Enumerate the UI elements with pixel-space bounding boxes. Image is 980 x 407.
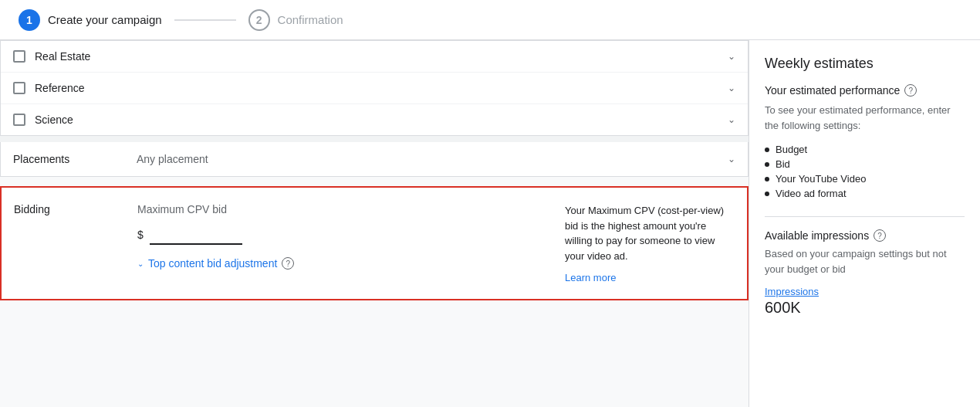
- bid-description: Your Maximum CPV (cost-per-view) bid is …: [565, 203, 735, 263]
- estimated-perf-header: Your estimated performance ?: [765, 84, 965, 97]
- estimated-perf-info-icon[interactable]: ?: [904, 84, 917, 97]
- bidding-label: Bidding: [14, 203, 50, 215]
- available-impressions-section: Available impressions ? Based on your ca…: [765, 216, 965, 317]
- top-content-info-icon[interactable]: ?: [282, 257, 294, 270]
- bid-type-label: Maximum CPV bid: [137, 203, 549, 215]
- step-1-label: Create your campaign: [48, 13, 162, 26]
- bullet-dot-youtube-video: [765, 177, 769, 181]
- estimated-perf-desc: To see your estimated performance, enter…: [765, 103, 965, 133]
- bidding-right: Your Maximum CPV (cost-per-view) bid is …: [565, 203, 735, 283]
- bullet-dot-video-ad-format: [765, 192, 769, 196]
- category-name-science: Science: [35, 114, 718, 126]
- bullet-label-video-ad-format: Video ad format: [776, 188, 847, 199]
- dollar-sign: $: [137, 229, 144, 241]
- placements-section: Placements Any placement ⌄: [0, 142, 749, 177]
- placements-value: Any placement: [137, 153, 728, 165]
- avail-impr-desc: Based on your campaign settings but not …: [765, 246, 965, 276]
- bullet-label-budget: Budget: [776, 144, 807, 155]
- checkbox-science[interactable]: [13, 114, 25, 126]
- bullet-dot-bid: [765, 162, 769, 167]
- placements-chevron-icon[interactable]: ⌄: [728, 154, 735, 164]
- impressions-key: Impressions: [765, 286, 965, 297]
- categories-section: Real Estate ⌄ Reference ⌄ Science ⌄: [0, 40, 749, 136]
- bullet-label-bid: Bid: [776, 158, 790, 170]
- chevron-icon-reference[interactable]: ⌄: [728, 83, 735, 93]
- impressions-value: 600K: [765, 299, 965, 317]
- bullet-item-video-ad-format: Video ad format: [765, 186, 965, 201]
- bullet-item-budget: Budget: [765, 142, 965, 157]
- placements-label: Placements: [13, 153, 137, 165]
- bid-input[interactable]: [150, 225, 242, 245]
- avail-impr-header: Available impressions ?: [765, 229, 965, 242]
- bullet-dot-budget: [765, 148, 769, 152]
- chevron-icon-science[interactable]: ⌄: [728, 114, 735, 125]
- step-connector: [174, 19, 236, 21]
- step-2-label: Confirmation: [278, 13, 343, 26]
- estimated-perf-label: Your estimated performance: [765, 84, 900, 97]
- checkbox-reference[interactable]: [13, 82, 25, 94]
- bullet-label-youtube-video: Your YouTube Video: [776, 173, 866, 185]
- step-1: 1 Create your campaign: [19, 9, 162, 31]
- category-row-science[interactable]: Science ⌄: [1, 104, 748, 135]
- main-layout: Real Estate ⌄ Reference ⌄ Science ⌄ Plac…: [0, 40, 980, 407]
- bidding-left: Bidding: [14, 203, 137, 283]
- sidebar-title: Weekly estimates: [765, 56, 965, 72]
- category-name-reference: Reference: [35, 82, 718, 94]
- avail-impr-label: Available impressions: [765, 229, 869, 242]
- step-2-circle: 2: [248, 9, 270, 31]
- category-name-real-estate: Real Estate: [35, 50, 718, 63]
- chevron-icon-real-estate[interactable]: ⌄: [728, 51, 735, 62]
- bidding-section: Bidding Maximum CPV bid $ ⌄ Top content …: [0, 186, 749, 300]
- bid-input-wrapper: $: [137, 225, 549, 245]
- sidebar: Weekly estimates Your estimated performa…: [749, 40, 980, 407]
- content-area: Real Estate ⌄ Reference ⌄ Science ⌄ Plac…: [0, 40, 749, 407]
- category-row-real-estate[interactable]: Real Estate ⌄: [1, 41, 748, 73]
- bidding-center: Maximum CPV bid $ ⌄ Top content bid adju…: [137, 203, 565, 283]
- learn-more-link[interactable]: Learn more: [565, 272, 616, 283]
- bullet-item-bid: Bid: [765, 157, 965, 171]
- top-content-chevron-icon: ⌄: [137, 259, 144, 268]
- step-2: 2 Confirmation: [248, 9, 343, 31]
- avail-impr-info-icon[interactable]: ?: [874, 229, 886, 242]
- bidding-inner: Bidding Maximum CPV bid $ ⌄ Top content …: [14, 203, 735, 283]
- top-content-bid-row: ⌄ Top content bid adjustment ?: [137, 257, 549, 270]
- category-row-reference[interactable]: Reference ⌄: [1, 73, 748, 104]
- bullet-item-youtube-video: Your YouTube Video: [765, 171, 965, 186]
- step-1-circle: 1: [19, 9, 40, 31]
- impressions-row: Impressions 600K: [765, 286, 965, 317]
- checkbox-real-estate[interactable]: [13, 50, 25, 63]
- bullet-list: Budget Bid Your YouTube Video Video ad f…: [765, 142, 965, 201]
- top-bar: 1 Create your campaign 2 Confirmation: [0, 0, 980, 40]
- top-content-bid-link[interactable]: Top content bid adjustment: [148, 257, 277, 270]
- divider-after-categories: [0, 136, 749, 142]
